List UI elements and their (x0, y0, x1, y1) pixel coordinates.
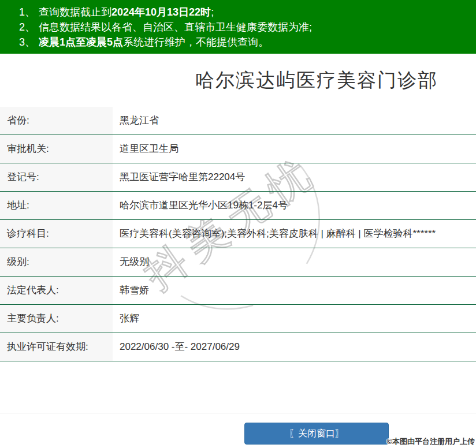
footer: 〖关闭窗口〗 ©本图由平台注册用户上传 (0, 413, 476, 448)
row-label: 地址: (0, 192, 113, 219)
row-value: 哈尔滨市道里区光华小区19栋1-2层4号 (113, 192, 476, 219)
table-row: 执业许可证有效期:2022/06/30 -至- 2027/06/29 (0, 333, 476, 361)
copyright: ©本图由平台注册用户上传 (386, 436, 475, 447)
row-label: 省份: (0, 107, 113, 135)
page-title: 哈尔滨达屿医疗美容门诊部 (157, 68, 476, 94)
table-row: 省份:黑龙江省 (0, 107, 476, 135)
notice-number: 3、 (19, 36, 35, 48)
notice-number: 1、 (19, 6, 35, 18)
notice-line-2: 2、信息数据结果以各省、自治区、直辖市卫生健康委数据为准; (19, 20, 470, 35)
row-value: 医疗美容科(美容咨询室);美容外科;美容皮肤科 | 麻醉科 | 医学检验科***… (113, 220, 476, 248)
notice-text-bold: 凌晨1点至凌晨5点 (39, 36, 123, 48)
row-value: 黑卫医证营字哈里第22204号 (113, 163, 476, 191)
notice-text-bold: 2024年10月13日22时 (111, 6, 211, 18)
notice-text: 信息数据结果以各省、自治区、直辖市卫生健康委数据为准; (39, 21, 312, 33)
row-value: 道里区卫生局 (113, 135, 476, 163)
close-window-button[interactable]: 〖关闭窗口〗 (244, 423, 389, 445)
notice-line-1: 1、查询数据截止到2024年10月13日22时; (19, 5, 470, 20)
row-label: 法定代表人: (0, 277, 113, 304)
info-table: 省份:黑龙江省 审批机关:道里区卫生局 登记号:黑卫医证营字哈里第22204号 … (0, 107, 476, 361)
row-value: 2022/06/30 -至- 2027/06/29 (113, 333, 476, 361)
info-table-wrap: 抖美无忧 省份:黑龙江省 审批机关:道里区卫生局 登记号:黑卫医证营字哈里第22… (0, 107, 476, 361)
table-row: 诊疗科目:医疗美容科(美容咨询室);美容外科;美容皮肤科 | 麻醉科 | 医学检… (0, 220, 476, 248)
row-value: 张辉 (113, 305, 476, 333)
notice-banner: 1、查询数据截止到2024年10月13日22时; 2、信息数据结果以各省、自治区… (0, 0, 476, 54)
row-label: 审批机关: (0, 135, 113, 163)
row-label: 登记号: (0, 163, 113, 191)
notice-line-3: 3、凌晨1点至凌晨5点系统进行维护，不能提供查询。 (19, 35, 470, 50)
table-row: 审批机关:道里区卫生局 (0, 135, 476, 163)
row-label: 执业许可证有效期: (0, 333, 113, 361)
table-row: 级别:无级别 (0, 248, 476, 277)
title-section: 哈尔滨达屿医疗美容门诊部 (0, 54, 476, 107)
row-value: 韩雪娇 (113, 277, 476, 304)
table-row: 主要负责人:张辉 (0, 305, 476, 333)
table-row: 地址:哈尔滨市道里区光华小区19栋1-2层4号 (0, 192, 476, 220)
table-row: 登记号:黑卫医证营字哈里第22204号 (0, 163, 476, 192)
notice-text: 查询数据截止到 (39, 6, 111, 18)
row-value: 无级别 (113, 248, 476, 276)
notice-number: 2、 (19, 21, 35, 33)
row-label: 级别: (0, 248, 113, 276)
row-value: 黑龙江省 (113, 107, 476, 135)
table-row: 法定代表人:韩雪娇 (0, 277, 476, 305)
row-label: 主要负责人: (0, 305, 113, 333)
row-label: 诊疗科目: (0, 220, 113, 248)
notice-text: 系统进行维护，不能提供查询。 (123, 36, 269, 48)
notice-text: ; (211, 6, 214, 18)
